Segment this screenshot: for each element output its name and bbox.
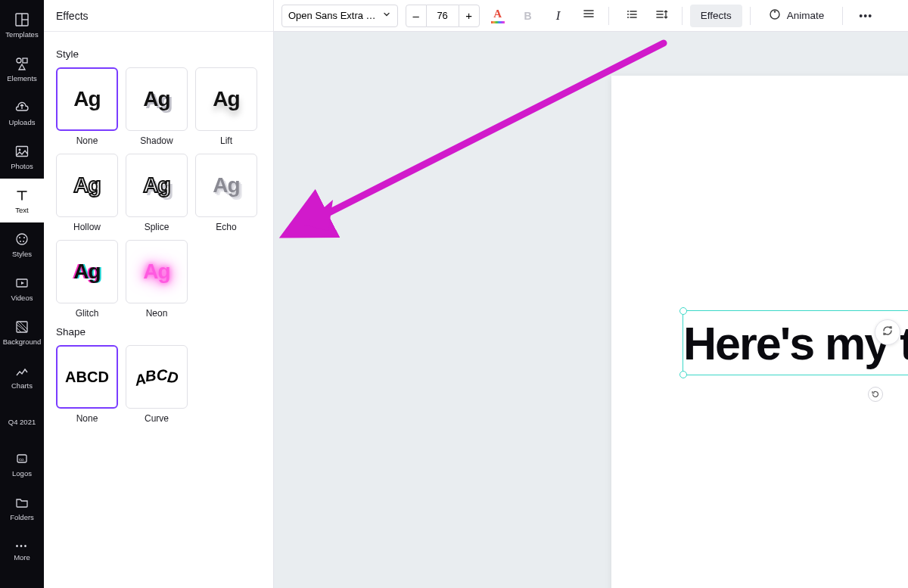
shape-tile-curve[interactable]: ABCD [126,345,188,409]
styles-icon [14,232,30,247]
font-size-group: – 76 + [406,5,480,27]
tile-label: None [76,135,98,146]
align-icon [583,8,595,23]
spacing-icon [655,8,669,23]
svg-point-12 [23,241,24,242]
svg-marker-5 [19,64,25,70]
rail-item-elements[interactable]: Elements [0,47,44,91]
folders-icon [14,495,30,510]
tile-label: Glitch [76,308,99,319]
rail-label: Elements [7,74,37,82]
list-button[interactable] [620,5,644,27]
toolbar-separator [682,7,683,25]
tile-label: Splice [145,222,169,232]
rail-item-photos[interactable]: Photos [0,135,44,179]
svg-point-18 [627,11,629,12]
font-size-decrease[interactable]: – [406,5,427,27]
style-tile-neon[interactable]: Ag [126,240,188,303]
svg-marker-24 [304,200,333,231]
tile-label: Echo [216,222,236,232]
logos-icon: co. [14,451,30,466]
rail-item-text[interactable]: Text [0,179,44,222]
svg-point-19 [627,14,629,15]
style-heading: Style [56,48,261,60]
title-text[interactable]: Here's my title [683,311,908,376]
text-align-button[interactable] [577,5,601,27]
regenerate-button[interactable] [875,319,900,345]
rail-label: Logos [12,469,32,478]
selected-text-box[interactable]: Here's my title [683,310,908,375]
rail-label: Background [3,338,42,346]
svg-point-11 [20,241,21,242]
rail-label: More [14,553,30,562]
more-options-button[interactable]: ••• [854,5,878,27]
rail-item-background[interactable]: Background [0,310,44,354]
style-tile-shadow[interactable]: Ag [126,67,188,131]
tile-label: Curve [145,413,169,424]
style-tile-hollow[interactable]: Ag [56,154,118,217]
font-name: Open Sans Extra … [288,10,376,21]
uploads-icon [14,100,30,115]
chevron-down-icon [382,10,391,21]
text-color-button[interactable]: A [486,5,510,27]
font-size-increase[interactable]: + [459,5,480,27]
photos-icon [14,144,30,159]
more-icon: ••• [16,542,29,550]
elements-icon [14,56,30,71]
tile-label: None [76,413,98,424]
canvas[interactable]: Here's my title [274,32,908,588]
rail-item-styles[interactable]: Styles [0,222,44,266]
rail-item-q4-2021[interactable]: Q4 2021 [0,398,44,442]
tile-label: Lift [220,135,232,146]
style-tile-echo[interactable]: Ag [195,154,257,217]
style-tile-splice[interactable]: Ag [126,154,188,217]
resize-handle-tl[interactable] [679,307,687,315]
svg-point-9 [19,237,20,238]
left-nav-rail: Templates Elements Uploads Photos Text S… [0,0,44,588]
rail-item-videos[interactable]: Videos [0,266,44,310]
spacing-button[interactable] [650,5,674,27]
tile-label: Hollow [73,222,101,232]
main-area: Open Sans Extra … – 76 + A B I [274,0,908,588]
rail-item-folders[interactable]: Folders [0,486,44,530]
rail-item-templates[interactable]: Templates [0,3,44,47]
shape-tile-none[interactable]: ABCD [56,345,118,409]
rail-label: Photos [11,162,33,170]
rail-label: Styles [12,250,32,258]
curve-sample: ABCD [134,367,179,387]
rail-label: Folders [10,513,34,521]
videos-icon [14,275,30,291]
effects-panel: Effects Style Ag None Ag Shadow Ag Lift … [44,0,274,588]
list-icon [626,8,638,23]
rail-label: Text [15,206,28,214]
toolbar-separator [750,7,751,25]
background-icon [14,319,30,334]
rail-label: Templates [5,30,38,39]
resize-handle-bl[interactable] [679,371,687,378]
animate-button[interactable]: Animate [758,5,835,27]
rotate-handle[interactable] [868,387,883,402]
font-size-input[interactable]: 76 [427,5,459,27]
svg-point-20 [627,17,629,18]
text-icon [14,188,30,203]
toolbar-separator [608,7,609,25]
svg-text:co.: co. [19,457,25,462]
italic-button[interactable]: I [546,5,571,27]
effects-button[interactable]: Effects [690,5,742,27]
design-page[interactable]: Here's my title [611,76,908,588]
tile-label: Neon [146,308,168,319]
text-color-icon: A [491,8,505,23]
rail-item-more[interactable]: ••• More [0,530,44,574]
text-toolbar: Open Sans Extra … – 76 + A B I [274,0,908,32]
refresh-icon [882,325,894,340]
rail-item-charts[interactable]: Charts [0,354,44,398]
rail-item-logos[interactable]: co. Logos [0,442,44,486]
style-tile-none[interactable]: Ag [56,67,118,131]
bold-button[interactable]: B [516,5,540,27]
style-tile-lift[interactable]: Ag [195,67,257,131]
font-family-select[interactable]: Open Sans Extra … [281,5,398,27]
templates-icon [14,12,30,27]
rail-item-uploads[interactable]: Uploads [0,91,44,135]
style-tile-glitch[interactable]: Ag [56,240,118,303]
svg-point-7 [19,148,21,151]
